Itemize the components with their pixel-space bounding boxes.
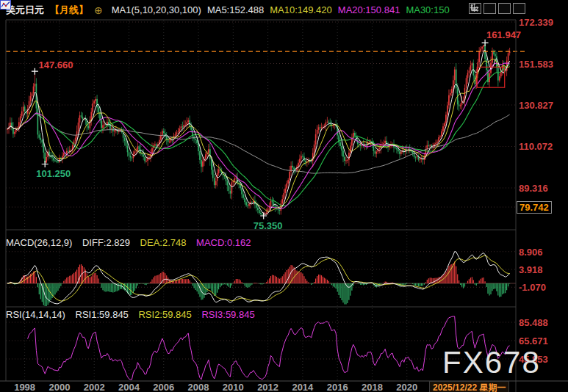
macd-tick-label: -1.070 xyxy=(519,282,546,293)
year-tick-label: 2016 xyxy=(324,382,350,392)
year-tick-label: 2000 xyxy=(46,382,73,392)
year-tick-label: 2008 xyxy=(185,382,212,392)
price-tick-label: 110.072 xyxy=(519,141,553,152)
watermark: FX678 xyxy=(442,345,541,380)
year-tick-label: 2018 xyxy=(359,382,385,392)
extreme-price-label: 101.250 xyxy=(36,168,71,179)
extreme-price-label: 147.660 xyxy=(38,59,73,70)
macd-dea-value: DEA:2.748 xyxy=(140,237,187,248)
macd-tick-label: 3.918 xyxy=(519,264,543,275)
extreme-price-label: 161.947 xyxy=(486,29,521,40)
year-tick-label: 2012 xyxy=(255,382,281,392)
macd-macd-value: MACD:0.162 xyxy=(196,237,251,248)
year-tick-label: 2010 xyxy=(220,382,246,392)
macd-title: MACD(26,12,9) xyxy=(6,237,72,248)
rsi-title: RSI(14,14,14) xyxy=(6,309,65,320)
year-tick-label: 1998 xyxy=(12,382,38,392)
macd-tick-label: 8.906 xyxy=(519,247,543,258)
rsi2-value: RSI2:59.845 xyxy=(138,309,191,320)
year-tick-label: 2006 xyxy=(151,382,177,392)
year-tick-label: 2002 xyxy=(81,382,107,392)
rsi1-value: RSI1:59.845 xyxy=(76,309,129,320)
extreme-price-label: 75.350 xyxy=(254,220,283,231)
current-date-label[interactable]: 2025/12/22 星期一 xyxy=(429,381,509,392)
price-tick-label: 89.316 xyxy=(519,183,548,194)
year-tick-label: 2004 xyxy=(115,382,142,392)
price-tick-label: 130.827 xyxy=(519,100,553,111)
chart-canvas[interactable] xyxy=(0,0,568,392)
rsi-legend: RSI(14,14,14) RSI1:59.845 RSI2:59.845 RS… xyxy=(6,309,262,320)
rsi3-value: RSI3:59.845 xyxy=(201,309,254,320)
rsi-tick-label: 85.488 xyxy=(519,317,548,328)
price-axis-boxed-label: 79.742 xyxy=(517,201,552,214)
price-tick-label: 151.583 xyxy=(519,59,553,70)
macd-legend: MACD(26,12,9) DIFF:2.829 DEA:2.748 MACD:… xyxy=(6,237,259,248)
year-tick-label: 2014 xyxy=(290,382,316,392)
chart-app: 美元日元 【月线】 ⊕ MA1(5,10,20,30,100) MA5:152.… xyxy=(0,0,568,392)
macd-diff-value: DIFF:2.829 xyxy=(82,237,130,248)
year-tick-label: 2020 xyxy=(394,382,420,392)
price-tick-label: 172.339 xyxy=(519,17,553,28)
